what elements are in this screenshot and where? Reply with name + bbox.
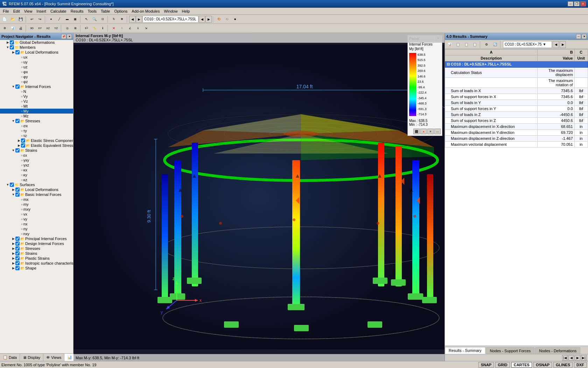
node-button[interactable]: ● bbox=[47, 15, 55, 23]
tree-item-ex[interactable]: ○εx bbox=[0, 153, 73, 158]
checkbox-surf-stresses[interactable] bbox=[15, 246, 20, 251]
res-tb-btn1[interactable]: 📊 bbox=[446, 41, 453, 48]
tree-item-local-def[interactable]: ▶📂Local Deformations bbox=[0, 50, 73, 55]
tree-expand-sx[interactable] bbox=[17, 124, 21, 128]
tree-expand-isotropic[interactable]: ▶ bbox=[11, 261, 15, 265]
tree-item-elastic-stress[interactable]: ▶📂Elastic Stress Component bbox=[0, 138, 73, 143]
tree-item-kx[interactable]: ○κx bbox=[0, 168, 73, 172]
arrow-btn[interactable]: ↑ bbox=[118, 25, 126, 32]
open-button[interactable]: 📂 bbox=[9, 15, 16, 23]
wire-button[interactable]: □ bbox=[223, 15, 231, 23]
menu-item-window[interactable]: Window bbox=[162, 8, 180, 14]
checkbox-stresses[interactable] bbox=[15, 119, 20, 123]
menu-item-results[interactable]: Results bbox=[69, 8, 86, 14]
calc-button[interactable]: ⚙ bbox=[1, 25, 8, 32]
tree-item-tz[interactable]: ○τz bbox=[0, 133, 73, 138]
checkbox-basic-int-forces[interactable] bbox=[15, 192, 20, 197]
tree-item-design-int[interactable]: ▶📂Design Internal Forces bbox=[0, 241, 73, 246]
tree-expand-mx[interactable] bbox=[17, 197, 21, 202]
tree-expand-elastic-stress[interactable]: ▶ bbox=[17, 138, 21, 143]
member-button[interactable]: ▬ bbox=[63, 15, 71, 23]
tree-expand-global-def[interactable]: ▶ bbox=[6, 40, 10, 45]
tree-item-surfaces[interactable]: ▼📁Surfaces bbox=[0, 182, 73, 187]
tree-expand-nxy[interactable] bbox=[17, 232, 21, 236]
tree-expand-mxy[interactable] bbox=[17, 207, 21, 211]
checkbox-surfaces[interactable] bbox=[10, 183, 14, 187]
prev-page-button[interactable]: ◀ bbox=[568, 355, 574, 361]
tree-expand-shape[interactable]: ▶ bbox=[11, 266, 15, 270]
result-tab-0[interactable]: Results - Summary bbox=[445, 347, 485, 354]
tree-item-my[interactable]: ○my bbox=[0, 202, 73, 207]
tree-expand-uz[interactable] bbox=[17, 65, 21, 69]
first-page-button[interactable]: |◀ bbox=[562, 355, 568, 361]
checkbox-elastic-stress[interactable] bbox=[21, 138, 25, 143]
result-tab-2[interactable]: Nodes - Deformations bbox=[535, 347, 580, 354]
checkbox-design-int[interactable] bbox=[15, 241, 20, 246]
combo-next-button[interactable]: ▶ bbox=[205, 16, 212, 23]
osnap-toggle[interactable]: OSNAP bbox=[533, 362, 552, 368]
menu-item-add-on modules[interactable]: Add-on Modules bbox=[130, 8, 162, 14]
tree-item-mxy[interactable]: ○mxy bbox=[0, 207, 73, 212]
distr-btn[interactable]: ⇲ bbox=[142, 25, 150, 32]
tree-item-phix[interactable]: ○φx bbox=[0, 69, 73, 74]
checkbox-strains-members[interactable] bbox=[15, 148, 20, 152]
res-tb-btn4[interactable]: 📋 bbox=[471, 41, 478, 48]
tree-expand-surf-local-def[interactable]: ▶ bbox=[11, 188, 15, 192]
checkbox-surf-strains[interactable] bbox=[15, 251, 20, 255]
tree-item-plastic-strains[interactable]: ▶📂Plastic Strains bbox=[0, 256, 73, 261]
tree-expand-my[interactable] bbox=[17, 202, 21, 206]
info-btn[interactable]: ℹ bbox=[99, 25, 106, 32]
menu-item-calculate[interactable]: Calculate bbox=[48, 8, 69, 14]
tree-expand-plastic-strains[interactable]: ▶ bbox=[11, 256, 15, 260]
legend-btn4[interactable]: — bbox=[434, 129, 441, 134]
tree-item-N[interactable]: ○N bbox=[0, 89, 73, 94]
menu-item-insert[interactable]: Insert bbox=[34, 8, 48, 14]
tree-expand-vy[interactable] bbox=[17, 217, 21, 221]
tree-item-stresses[interactable]: ▼📂Stresses bbox=[0, 118, 73, 123]
tree-expand-phix[interactable] bbox=[17, 70, 21, 74]
tree-expand-Mt[interactable] bbox=[17, 104, 21, 108]
res-tb-btn3[interactable]: 📋 bbox=[462, 41, 470, 48]
tree-item-Vz[interactable]: ○Vz bbox=[0, 99, 73, 104]
zoom-all-button[interactable]: ⊡ bbox=[99, 15, 106, 23]
tree-item-sx[interactable]: ○σx bbox=[0, 123, 73, 128]
tree-item-basic-int-forces[interactable]: ▼📂Basic Internal Forces bbox=[0, 192, 73, 197]
tree-item-surf-strains[interactable]: ▶📂Strains bbox=[0, 251, 73, 256]
menu-item-edit[interactable]: Edit bbox=[11, 8, 22, 14]
load-btn[interactable]: ⇓ bbox=[134, 25, 142, 32]
results-combo[interactable]: CO10 : DL+0.52EX+.75 ▼ bbox=[503, 41, 552, 48]
menu-item-table[interactable]: Table bbox=[99, 8, 112, 14]
tree-item-yxz[interactable]: ○γxz bbox=[0, 163, 73, 168]
redo-button[interactable]: ↪ bbox=[36, 15, 44, 23]
tree-expand-local-def[interactable]: ▶ bbox=[11, 50, 15, 54]
tree-item-Mt[interactable]: ○Mt bbox=[0, 104, 73, 109]
rotate-button[interactable]: ↻ bbox=[110, 15, 118, 23]
checkbox-members[interactable] bbox=[10, 45, 14, 49]
checkbox-internal-forces[interactable] bbox=[15, 84, 20, 89]
tree-item-principal-int[interactable]: ▶📂Principal Internal Forces bbox=[0, 236, 73, 241]
tree-expand-Mz[interactable] bbox=[17, 114, 21, 118]
tree-expand-surf-strains[interactable]: ▶ bbox=[11, 251, 15, 255]
nav-close-button[interactable]: ✕ bbox=[67, 34, 72, 39]
tree-expand-kx[interactable] bbox=[17, 168, 21, 172]
tree-item-Vy[interactable]: ○Vy bbox=[0, 94, 73, 99]
menu-item-tools[interactable]: Tools bbox=[85, 8, 99, 14]
tree-expand-ky[interactable] bbox=[17, 173, 21, 177]
tree-expand-N[interactable] bbox=[17, 89, 21, 94]
tree-expand-kz[interactable] bbox=[17, 178, 21, 182]
menu-item-view[interactable]: View bbox=[22, 8, 35, 14]
legend-btn2[interactable]: 🔺 bbox=[420, 129, 427, 134]
checkbox-isotropic[interactable] bbox=[15, 261, 20, 265]
tree-expand-phiz[interactable] bbox=[17, 80, 21, 84]
undo-button[interactable]: ↩ bbox=[28, 15, 36, 23]
tree-expand-surfaces[interactable]: ▼ bbox=[6, 183, 10, 187]
new-button[interactable]: 📄 bbox=[1, 15, 8, 23]
results-next-button[interactable]: ▶ bbox=[560, 41, 566, 48]
zoom-button[interactable]: 🔍 bbox=[91, 15, 98, 23]
tree-item-phiz[interactable]: ○φz bbox=[0, 79, 73, 84]
last-page-button[interactable]: ▶| bbox=[581, 355, 587, 361]
menu-item-file[interactable]: File bbox=[1, 8, 11, 14]
print-button[interactable]: 🖨 bbox=[17, 25, 24, 32]
tree-expand-ty[interactable] bbox=[17, 129, 21, 133]
tree-expand-surf-stresses[interactable]: ▶ bbox=[11, 246, 15, 251]
